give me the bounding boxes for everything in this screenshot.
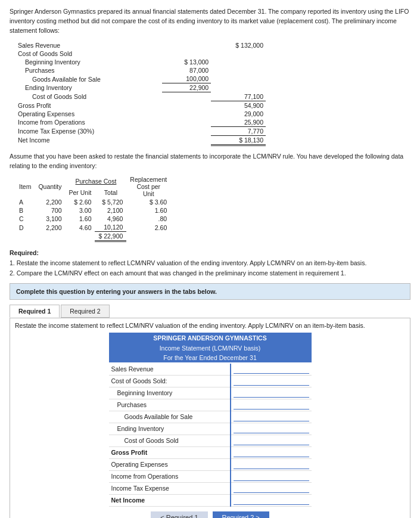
form-row-gross-profit: Gross Profit — [109, 446, 312, 458]
complete-box: Complete this question by entering your … — [10, 283, 410, 300]
row-col1 — [162, 101, 211, 110]
row-col2 — [211, 83, 266, 92]
row-col2: 54,900 — [211, 101, 266, 110]
form-label: Purchases — [109, 399, 231, 411]
tabs-row: Required 1 Required 2 — [10, 305, 410, 318]
next-button[interactable]: Required 2 > — [213, 511, 269, 518]
nav-buttons: < Required 1 Required 2 > — [15, 511, 405, 518]
form-input-cell — [231, 458, 312, 470]
row-col1 — [162, 41, 211, 49]
row-col2: 25,900 — [211, 118, 266, 127]
form-input-cell — [231, 387, 312, 399]
form-row-goods-avail: Goods Available for Sale — [109, 411, 312, 423]
form-input-cell — [231, 470, 312, 482]
inventory-table: Item Quantity Purchase Cost ReplacementC… — [15, 175, 170, 242]
form-label: Cost of Goods Sold: — [109, 375, 231, 387]
form-row-purchases: Purchases — [109, 399, 312, 411]
purchase-cost-header: Purchase Cost — [66, 175, 127, 187]
row-col1 — [162, 110, 211, 118]
next-label: Required 2 > — [222, 514, 260, 518]
tab-required-2[interactable]: Required 2 — [61, 305, 109, 318]
form-input-cell — [231, 411, 312, 423]
row-col1: 22,900 — [162, 83, 211, 92]
row-col2 — [211, 49, 266, 58]
inventory-row-b: B 700 3.00 2,100 1.60 — [15, 206, 170, 215]
gross-profit-input[interactable] — [234, 448, 309, 457]
purchases-input[interactable] — [234, 401, 309, 410]
springer-company: SPRINGER ANDERSON GYMNASTICS — [109, 333, 312, 343]
beg-inventory-input[interactable] — [234, 389, 309, 398]
tab-required-1[interactable]: Required 1 — [10, 305, 60, 318]
form-row-net-income: Net Income — [109, 494, 312, 506]
required-item-1: 1. Restate the income statement to refle… — [10, 258, 410, 268]
ending-inventory-input[interactable] — [234, 424, 309, 433]
required-instructions: Required: 1. Restate the income statemen… — [10, 248, 410, 278]
cogs-header-input[interactable] — [234, 377, 309, 386]
tab1-content: Restate the income statement to reflect … — [10, 318, 410, 518]
row-col2: 7,770 — [211, 126, 266, 135]
row-label: Income from Operations — [15, 118, 162, 127]
row-col2: $ 132,000 — [211, 41, 266, 49]
inventory-row-d: D 2,200 4.60 10,120 2.60 — [15, 223, 170, 232]
form-input-cell — [231, 446, 312, 458]
form-label: Net Income — [109, 494, 231, 506]
form-row-income-ops: Income from Operations — [109, 470, 312, 482]
row-col2: $ 18,130 — [211, 135, 266, 145]
goods-available-input[interactable] — [234, 412, 309, 421]
row-col2 — [211, 58, 266, 66]
income-tax-expense-input[interactable] — [234, 484, 309, 493]
row-label: Cost of Goods Sold — [15, 92, 162, 101]
form-row-beg-inv: Beginning Inventory — [109, 387, 312, 399]
form-label: Ending Inventory — [109, 423, 231, 435]
row-col1 — [162, 92, 211, 101]
springer-subtitle: For the Year Ended December 31 — [109, 353, 312, 362]
row-col1 — [162, 118, 211, 127]
form-label: Cost of Goods Sold — [109, 435, 231, 446]
row-col2: 29,000 — [211, 110, 266, 118]
form-input-cell — [231, 375, 312, 387]
row-col1: $ 13,000 — [162, 58, 211, 66]
form-row-sales: Sales Revenue — [109, 364, 312, 376]
net-income-input[interactable] — [234, 496, 309, 505]
income-from-operations-input[interactable] — [234, 472, 309, 481]
prev-button[interactable]: < Required 1 — [151, 511, 207, 518]
form-label: Operating Expenses — [109, 458, 231, 470]
sales-revenue-input[interactable] — [234, 365, 309, 374]
row-col1 — [162, 135, 211, 145]
inventory-row-c: C 3,100 1.60 4,960 .80 — [15, 215, 170, 223]
required-item-2: 2. Compare the LCM/NRV effect on each am… — [10, 268, 410, 278]
springer-title: Income Statement (LCM/NRV basis) — [109, 343, 312, 353]
row-col1 — [162, 126, 211, 135]
row-label: Goods Available for Sale — [15, 75, 162, 83]
assume-text: Assume that you have been asked to resta… — [10, 152, 410, 171]
row-col1 — [162, 49, 211, 58]
col-replacement: ReplacementCost perUnit — [126, 175, 170, 198]
form-label: Gross Profit — [109, 446, 231, 458]
inventory-row-a: A 2,200 $ 2.60 $ 5,720 $ 3.60 — [15, 198, 170, 206]
col-item: Item — [15, 175, 35, 198]
row-col2 — [211, 75, 266, 83]
row-col1: 87,000 — [162, 66, 211, 75]
row-label: Sales Revenue — [15, 41, 162, 49]
col-per-unit: Per Unit — [66, 187, 95, 198]
inventory-table-wrap: Item Quantity Purchase Cost ReplacementC… — [15, 175, 410, 242]
preliminary-income-table: Sales Revenue $ 132,000 Cost of Goods So… — [15, 41, 266, 146]
form-label: Beginning Inventory — [109, 387, 231, 399]
form-label: Goods Available for Sale — [109, 411, 231, 423]
form-row-end-inv: Ending Inventory — [109, 423, 312, 435]
inventory-total-row: $ 22,900 — [15, 232, 170, 241]
form-input-cell — [231, 482, 312, 494]
form-row-tax: Income Tax Expense — [109, 482, 312, 494]
form-input-cell — [231, 494, 312, 506]
row-label: Net Income — [15, 135, 162, 145]
form-row-cogs-header: Cost of Goods Sold: — [109, 375, 312, 387]
row-col2: 77,100 — [211, 92, 266, 101]
form-input-cell — [231, 423, 312, 435]
springer-table-wrap: SPRINGER ANDERSON GYMNASTICS Income Stat… — [109, 333, 312, 507]
row-col2 — [211, 66, 266, 75]
row-label: Cost of Goods Sold — [15, 49, 162, 58]
cogs-input[interactable] — [234, 436, 309, 445]
complete-box-text: Complete this question by entering your … — [16, 288, 217, 295]
operating-expenses-input[interactable] — [234, 460, 309, 469]
form-row-cogs: Cost of Goods Sold — [109, 435, 312, 446]
